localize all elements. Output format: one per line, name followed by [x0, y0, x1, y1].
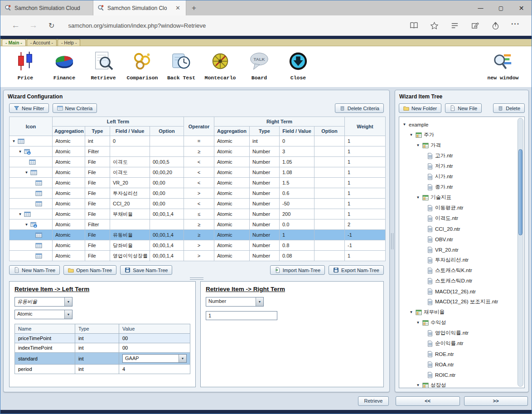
expander-icon[interactable]: ▼: [416, 143, 421, 147]
tree-node[interactable]: 투자심리선.ntr: [400, 255, 518, 265]
open-namtree-button[interactable]: Open Nam-Tree: [63, 265, 116, 275]
new-folder-button[interactable]: New Folder: [399, 103, 441, 113]
toolbar-item-board[interactable]: TALK Board: [240, 49, 279, 81]
tab-close-icon[interactable]: ✕: [174, 5, 182, 11]
hub-icon[interactable]: [445, 21, 465, 30]
toolbar-item-comparison[interactable]: Comparison: [123, 49, 162, 81]
address-bar[interactable]: samchon.org/simulation/index.php?window=…: [68, 22, 404, 29]
favorites-icon[interactable]: [424, 21, 445, 30]
column-header[interactable]: Icon: [10, 117, 53, 136]
expander-icon[interactable]: ▼: [416, 195, 421, 200]
criteria-row[interactable]: AtomicFile이격도00,00,5<AtomicNumber1.051: [10, 157, 386, 167]
window-maximize-button[interactable]: ▢: [491, 0, 511, 15]
menu-tab-main[interactable]: - Main -: [2, 39, 26, 46]
window-minimize-button[interactable]: —: [470, 0, 491, 15]
menu-tab-help[interactable]: - Help -: [58, 39, 80, 46]
param-row[interactable]: period int 4: [15, 365, 190, 374]
tree-node[interactable]: 순이익률.ntr: [400, 338, 518, 349]
criteria-row[interactable]: AtomicFile당좌비율00,00,1,4>AtomicNumber0.8-…: [10, 240, 386, 251]
horizontal-splitter[interactable]: [4, 276, 389, 281]
column-header[interactable]: Aggregation: [214, 127, 250, 136]
column-header[interactable]: Name: [15, 324, 75, 334]
browser-tab[interactable]: Samchon Simulation Cloud: [0, 0, 93, 15]
column-header[interactable]: Weight: [345, 117, 386, 136]
criteria-row[interactable]: AtomicFileCCI_2000,00<AtomicNumber-501: [10, 199, 386, 209]
tree-node[interactable]: 스토캐스틱K.ntr: [400, 265, 518, 276]
param-row[interactable]: priceTimePoint int 00: [15, 334, 190, 343]
criteria-row[interactable]: AtomicFile유동비율00,00,1,4≥AtomicNumber1-1: [10, 230, 386, 240]
tree-next-button[interactable]: >>: [464, 396, 528, 406]
expander-icon[interactable]: ▼: [24, 170, 29, 175]
menu-tab-account[interactable]: - Account -: [27, 39, 57, 46]
column-header[interactable]: Field / Value: [110, 127, 150, 136]
tree-node[interactable]: ROE.ntr: [400, 349, 518, 359]
expander-icon[interactable]: ▼: [409, 310, 414, 314]
tree-node[interactable]: ▼주가: [400, 130, 518, 140]
param-row[interactable]: indexTimePoint int 00: [15, 343, 190, 353]
tree-node[interactable]: ROA.ntr: [400, 359, 518, 370]
reading-view-icon[interactable]: [404, 21, 424, 30]
tree-node[interactable]: OBV.ntr: [400, 234, 518, 244]
criteria-row[interactable]: ▼AtomicFile이격도00,00,20<AtomicNumber1.081: [10, 167, 386, 178]
column-header[interactable]: Value: [119, 324, 190, 334]
new-namtree-button[interactable]: New Nam-Tree: [9, 265, 60, 275]
expander-icon[interactable]: ▼: [18, 150, 23, 154]
scrollbar-thumb[interactable]: [518, 149, 522, 235]
forward-button[interactable]: →: [24, 20, 42, 30]
more-icon[interactable]: ···: [506, 20, 525, 31]
left-term-aggregation-combo[interactable]: Atomic ▼: [15, 310, 73, 319]
standard-value-combo[interactable]: GAAP ▼: [122, 354, 187, 363]
save-namtree-button[interactable]: Save Nam-Tree: [120, 265, 172, 275]
expander-icon[interactable]: ▼: [409, 133, 414, 137]
column-header[interactable]: Operator: [184, 117, 214, 136]
column-header[interactable]: Right Term: [214, 117, 345, 127]
refresh-button[interactable]: ↻: [42, 21, 61, 30]
export-namtree-button[interactable]: Export Nam-Tree: [329, 265, 384, 275]
tree-scrollbar[interactable]: [517, 118, 523, 387]
column-header[interactable]: Left Term: [53, 117, 184, 127]
toolbar-item-retrieve[interactable]: Retrieve: [84, 49, 123, 81]
tree-node[interactable]: ▼가격: [400, 140, 518, 151]
param-row[interactable]: standard int GAAP ▼: [15, 353, 190, 365]
criteria-row[interactable]: AtomicFile영업이익성장률00,00,1,4>AtomicNumber0…: [10, 251, 386, 261]
retrieve-button[interactable]: Retrieve: [358, 396, 389, 406]
expander-icon[interactable]: ▼: [11, 139, 16, 143]
criteria-row[interactable]: ▼AtomicFile부채비율00,00,1,4≤AtomicNumber200…: [10, 209, 386, 219]
column-header[interactable]: Type: [85, 127, 110, 136]
toolbar-item-backtest[interactable]: Back Test: [162, 49, 201, 81]
expander-icon[interactable]: ▼: [24, 223, 29, 227]
new-tab-button[interactable]: +: [186, 0, 202, 15]
share-icon[interactable]: [485, 21, 506, 30]
tree-node[interactable]: VR_20.ntr: [400, 244, 518, 255]
new-criteria-button[interactable]: New Criteria: [53, 103, 97, 113]
toolbar-item-montecarlo[interactable]: Montecarlo: [201, 49, 240, 81]
column-header[interactable]: Type: [75, 324, 119, 334]
tree-node[interactable]: ▼기술지표: [400, 192, 518, 203]
tree-node[interactable]: 종가.ntr: [400, 182, 518, 192]
column-header[interactable]: Field / Value: [280, 127, 314, 136]
new-filter-button[interactable]: New Filter: [9, 103, 49, 113]
tree-node[interactable]: ▼example: [400, 119, 518, 130]
import-namtree-button[interactable]: Import Nam-Tree: [270, 265, 325, 275]
tree-node[interactable]: 저가.ntr: [400, 161, 518, 171]
toolbar-item-new-window[interactable]: new window: [478, 49, 528, 81]
tree-node[interactable]: ROIC.ntr: [400, 370, 518, 380]
expander-icon[interactable]: ▼: [416, 321, 421, 325]
criteria-row[interactable]: AtomicFile투자심리선00,00>AtomicNumber0.61: [10, 188, 386, 199]
criteria-row[interactable]: ▼AtomicFilter≥AtomicNumber31: [10, 146, 386, 157]
toolbar-item-close[interactable]: Close: [279, 49, 318, 81]
vertical-splitter[interactable]: [390, 90, 395, 392]
delete-criteria-button[interactable]: Delete Criteria: [335, 103, 384, 113]
column-header[interactable]: Type: [250, 127, 280, 136]
tree-node[interactable]: CCI_20.ntr: [400, 224, 518, 234]
browser-tab-active[interactable]: Samchon Simulation Clo ✕: [93, 0, 186, 15]
tree-node[interactable]: ▼재무비율: [400, 307, 518, 317]
toolbar-item-price[interactable]: Price: [6, 49, 45, 81]
column-header[interactable]: Option: [150, 127, 184, 136]
tree-node[interactable]: 영업이익률.ntr: [400, 328, 518, 338]
tree-node[interactable]: ▼성장성: [400, 380, 518, 388]
expander-icon[interactable]: ▼: [416, 383, 421, 387]
right-term-value-input[interactable]: [206, 311, 277, 320]
tree-node[interactable]: 고가.ntr: [400, 151, 518, 161]
left-term-field-combo[interactable]: 유동비율 ▼: [15, 297, 73, 307]
